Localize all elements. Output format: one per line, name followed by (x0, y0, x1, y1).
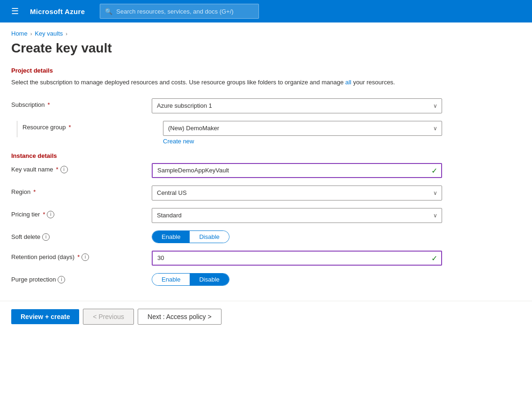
subscription-select-wrapper[interactable]: Azure subscription 1 ∨ (152, 98, 442, 113)
subscription-select[interactable]: Azure subscription 1 (152, 98, 442, 113)
resource-group-select[interactable]: (New) DemoMaker (163, 121, 442, 136)
breadcrumb-sep-1: › (30, 31, 32, 37)
create-new-link[interactable]: Create new (163, 138, 194, 145)
keyvault-name-input-wrapper: ✓ (152, 163, 442, 178)
soft-delete-enable-button[interactable]: Enable (152, 231, 190, 243)
region-required: * (33, 188, 36, 195)
purge-protection-row: Purge protection i Enable Disable (11, 273, 442, 286)
region-control: Central US ∨ (152, 186, 442, 200)
soft-delete-disable-button[interactable]: Disable (190, 231, 229, 243)
breadcrumb-home[interactable]: Home (11, 30, 28, 37)
project-details-heading: Project details (11, 67, 521, 74)
purge-protection-control: Enable Disable (152, 273, 442, 286)
pricing-tier-label: Pricing tier * i (11, 208, 152, 218)
resource-group-label: Resource group * (22, 121, 163, 131)
brand-name: Microsoft Azure (30, 7, 85, 15)
rg-indent (11, 121, 22, 145)
retention-period-control: ✓ (152, 251, 442, 266)
resource-group-section: Resource group * (New) DemoMaker ∨ Creat… (11, 121, 442, 145)
instance-details-heading: Instance details (11, 152, 521, 159)
pricing-tier-info-icon[interactable]: i (47, 211, 54, 218)
instance-details-section: Instance details Key vault name * i ✓ Re… (11, 152, 521, 286)
subscription-required: * (48, 101, 50, 108)
keyvault-name-row: Key vault name * i ✓ (11, 163, 442, 178)
footer: Review + create < Previous Next : Access… (0, 301, 532, 332)
subscription-label: Subscription * (11, 98, 152, 108)
region-label: Region * (11, 186, 152, 195)
retention-check-icon: ✓ (431, 253, 437, 262)
pricing-required: * (43, 211, 45, 218)
pricing-tier-select-wrapper[interactable]: Standard ∨ (152, 208, 442, 223)
retention-input-wrapper: ✓ (152, 251, 442, 266)
retention-required: * (77, 253, 80, 260)
breadcrumb: Home › Key vaults › (0, 22, 532, 39)
purge-protection-info-icon[interactable]: i (58, 276, 65, 283)
kv-required: * (56, 166, 59, 173)
project-details-description: Select the subscription to manage deploy… (11, 78, 442, 87)
subscription-row: Subscription * Azure subscription 1 ∨ (11, 98, 442, 113)
purge-disable-button[interactable]: Disable (190, 274, 229, 285)
retention-period-input[interactable] (152, 251, 442, 266)
rg-required: * (69, 124, 71, 131)
retention-period-label: Retention period (days) * i (11, 251, 152, 261)
previous-button[interactable]: < Previous (83, 309, 134, 325)
search-icon: 🔍 (105, 8, 112, 15)
resource-group-select-wrapper[interactable]: (New) DemoMaker ∨ (163, 121, 442, 136)
retention-period-row: Retention period (days) * i ✓ (11, 251, 442, 266)
keyvault-name-info-icon[interactable]: i (60, 166, 68, 173)
purge-enable-button[interactable]: Enable (152, 274, 190, 285)
soft-delete-row: Soft delete i Enable Disable (11, 230, 442, 243)
review-create-button[interactable]: Review + create (11, 309, 79, 324)
retention-info-icon[interactable]: i (81, 253, 89, 261)
purge-protection-label: Purge protection i (11, 273, 152, 283)
region-select-wrapper[interactable]: Central US ∨ (152, 186, 442, 200)
global-search-box[interactable]: 🔍 (100, 4, 259, 19)
next-button[interactable]: Next : Access policy > (138, 309, 222, 325)
breadcrumb-keyvaults[interactable]: Key vaults (35, 30, 63, 37)
subscription-control: Azure subscription 1 ∨ (152, 98, 442, 113)
purge-protection-toggle-group: Enable Disable (152, 273, 229, 286)
region-select[interactable]: Central US (152, 186, 442, 200)
soft-delete-control: Enable Disable (152, 230, 442, 243)
keyvault-name-check-icon: ✓ (431, 166, 437, 175)
soft-delete-info-icon[interactable]: i (42, 233, 50, 241)
breadcrumb-sep-2: › (66, 31, 67, 37)
page-title: Create key vault (0, 39, 532, 67)
hamburger-menu-icon[interactable]: ☰ (7, 4, 22, 19)
main-content: Project details Select the subscription … (0, 67, 532, 286)
keyvault-name-input[interactable] (152, 163, 442, 178)
all-link[interactable]: all (345, 79, 351, 86)
region-row: Region * Central US ∨ (11, 186, 442, 200)
resource-group-control: (New) DemoMaker ∨ Create new (163, 121, 442, 145)
soft-delete-toggle-group: Enable Disable (152, 230, 229, 243)
pricing-tier-row: Pricing tier * i Standard ∨ (11, 208, 442, 223)
resource-group-row: Resource group * (New) DemoMaker ∨ Creat… (22, 121, 442, 145)
pricing-tier-select[interactable]: Standard (152, 208, 442, 223)
keyvault-name-label: Key vault name * i (11, 163, 152, 173)
project-details-section: Project details Select the subscription … (11, 67, 521, 145)
top-navbar: ☰ Microsoft Azure 🔍 (0, 0, 532, 22)
pricing-tier-control: Standard ∨ (152, 208, 442, 223)
search-input[interactable] (116, 8, 254, 15)
keyvault-name-control: ✓ (152, 163, 442, 178)
soft-delete-label: Soft delete i (11, 230, 152, 241)
